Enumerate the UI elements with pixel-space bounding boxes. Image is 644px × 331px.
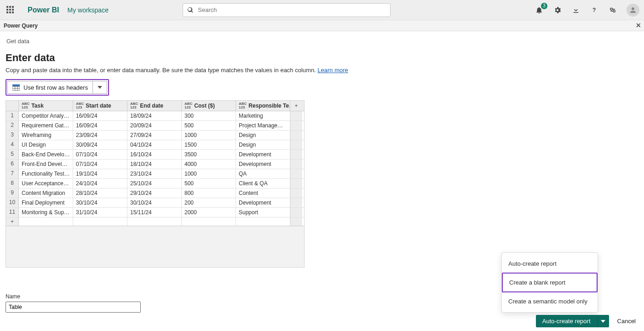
cell[interactable]: Front-End Develop… [19, 160, 73, 169]
blank-cell[interactable] [73, 217, 127, 226]
table-name-input[interactable] [6, 302, 141, 313]
cell[interactable]: 30/09/24 [73, 140, 127, 149]
blank-cell[interactable] [182, 217, 236, 226]
menu-auto-create-report[interactable]: Auto-create report [502, 255, 598, 273]
cell[interactable]: 31/10/24 [73, 208, 127, 217]
cell[interactable]: 500 [182, 121, 236, 130]
row-number[interactable]: 11 [6, 208, 19, 217]
blank-cell[interactable] [19, 217, 73, 226]
row-number[interactable]: 9 [6, 188, 19, 198]
cell[interactable]: UI Design [19, 140, 73, 149]
cell[interactable]: 30/10/24 [127, 198, 182, 207]
help-icon[interactable]: ? [590, 6, 599, 15]
settings-icon[interactable] [553, 6, 562, 15]
workspace-link[interactable]: My workspace [67, 6, 108, 14]
row-number[interactable]: 1 [6, 111, 19, 120]
cell[interactable]: User Acceptance T… [19, 179, 73, 188]
cell[interactable]: 23/09/24 [73, 131, 127, 140]
cell[interactable]: 23/10/24 [127, 169, 182, 178]
cell[interactable]: 15/11/24 [127, 208, 182, 217]
cell[interactable]: Development [236, 198, 290, 207]
row-number[interactable]: 3 [6, 131, 19, 140]
cell[interactable]: 4000 [182, 160, 236, 169]
add-row-button[interactable]: + [6, 217, 19, 226]
cell[interactable]: Support [236, 208, 290, 217]
cell[interactable]: 04/10/24 [127, 140, 182, 149]
app-launcher-icon[interactable] [6, 6, 15, 14]
cell[interactable]: QA [236, 169, 290, 178]
row-number[interactable]: 8 [6, 179, 19, 188]
cell[interactable]: 29/10/24 [127, 188, 182, 198]
row-number[interactable]: 2 [6, 121, 19, 130]
cell[interactable]: 27/09/24 [127, 131, 182, 140]
cell[interactable]: Final Deployment [19, 198, 73, 207]
cell[interactable]: Requirement Gathe… [19, 121, 73, 130]
cell[interactable]: 1000 [182, 169, 236, 178]
headers-button-dropdown[interactable] [93, 86, 107, 89]
cell[interactable]: 300 [182, 111, 236, 120]
cell[interactable]: 28/10/24 [73, 188, 127, 198]
search-input[interactable] [183, 3, 391, 17]
add-column-button[interactable]: + [290, 101, 302, 111]
close-icon[interactable]: ✕ [636, 22, 641, 29]
cell[interactable]: Competitor Analysis [19, 111, 73, 120]
cell[interactable]: 19/10/24 [73, 169, 127, 178]
column-header-task[interactable]: ABC123Task [19, 101, 73, 111]
cell[interactable]: Development [236, 150, 290, 159]
cell[interactable]: 18/09/24 [127, 111, 182, 120]
cell[interactable]: Design [236, 131, 290, 140]
cell[interactable]: 800 [182, 188, 236, 198]
cell[interactable]: 3500 [182, 150, 236, 159]
use-first-row-headers-button[interactable]: Use first row as headers [7, 81, 107, 94]
cell[interactable]: Wireframing [19, 131, 73, 140]
primary-button-dropdown[interactable] [597, 315, 609, 327]
learn-more-link[interactable]: Learn more [317, 67, 348, 74]
cell[interactable]: 16/09/24 [73, 121, 127, 130]
blank-cell[interactable] [236, 217, 290, 226]
cell[interactable]: Content Migration [19, 188, 73, 198]
cell[interactable]: 07/10/24 [73, 150, 127, 159]
auto-create-report-button[interactable]: Auto-create report [536, 315, 609, 327]
cell[interactable]: Project Management [236, 121, 290, 130]
download-icon[interactable] [571, 6, 581, 15]
cell[interactable]: Design [236, 140, 290, 149]
cell[interactable]: 25/10/24 [127, 179, 182, 188]
cell[interactable]: 07/10/24 [73, 160, 127, 169]
cell[interactable]: 20/09/24 [127, 121, 182, 130]
cell[interactable]: 200 [182, 198, 236, 207]
cell[interactable]: 500 [182, 179, 236, 188]
data-grid[interactable]: ABC123Task ABC123Start date ABC123End da… [6, 100, 305, 268]
cell[interactable]: 1000 [182, 131, 236, 140]
column-header-team[interactable]: ABC123Responsible Te… [236, 101, 290, 111]
cell[interactable]: Back-End Develop… [19, 150, 73, 159]
cell[interactable]: 16/10/24 [127, 150, 182, 159]
blank-cell[interactable] [127, 217, 182, 226]
column-header-start-date[interactable]: ABC123Start date [73, 101, 127, 111]
cell[interactable]: Marketing [236, 111, 290, 120]
menu-create-semantic-model[interactable]: Create a semantic model only [502, 292, 598, 310]
cell[interactable]: Functionality Testing [19, 169, 73, 178]
cell[interactable]: Development [236, 160, 290, 169]
notifications-icon[interactable]: 3 [535, 6, 544, 15]
cell[interactable]: 18/10/24 [127, 160, 182, 169]
row-number[interactable]: 10 [6, 198, 19, 207]
cell[interactable]: 24/10/24 [73, 179, 127, 188]
cell[interactable]: 1500 [182, 140, 236, 149]
cell[interactable]: Client & QA [236, 179, 290, 188]
row-number[interactable]: 7 [6, 169, 19, 178]
cell[interactable]: 16/09/24 [73, 111, 127, 120]
column-header-cost[interactable]: ABC123Cost ($) [182, 101, 236, 111]
row-number[interactable]: 6 [6, 160, 19, 169]
user-avatar[interactable] [627, 4, 639, 17]
cancel-button[interactable]: Cancel [617, 318, 636, 325]
row-number[interactable]: 4 [6, 140, 19, 149]
breadcrumb[interactable]: Get data [6, 36, 638, 48]
cell[interactable]: 30/10/24 [73, 198, 127, 207]
cell[interactable]: Monitoring & Support [19, 208, 73, 217]
row-number[interactable]: 5 [6, 150, 19, 159]
cell[interactable]: Content [236, 188, 290, 198]
menu-create-blank-report[interactable]: Create a blank report [502, 273, 598, 292]
cell[interactable]: 2000 [182, 208, 236, 217]
column-header-end-date[interactable]: ABC123End date [127, 101, 182, 111]
feedback-icon[interactable] [608, 6, 617, 15]
